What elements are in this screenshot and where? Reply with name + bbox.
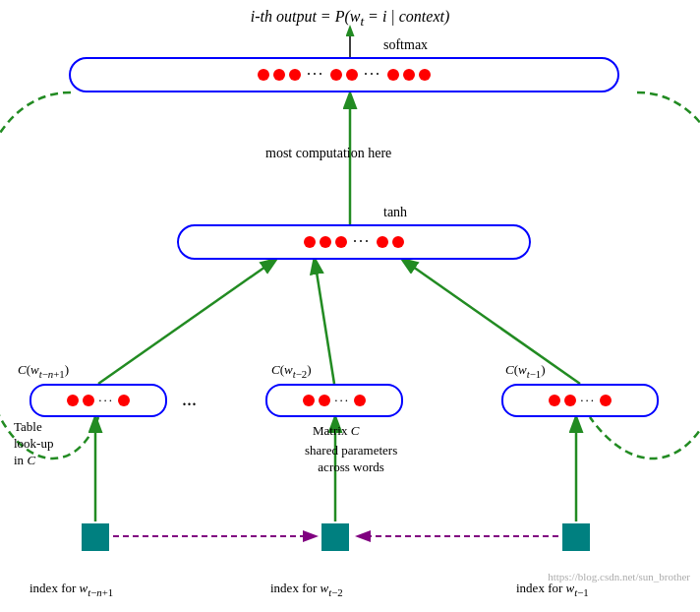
ellipsis: ···	[353, 233, 371, 251]
cwt-mid-label: C(wt−2)	[271, 362, 312, 380]
title: i-th output = P(wt = i | context)	[251, 8, 450, 30]
embed-left: ···	[29, 384, 167, 417]
softmax-layer: ··· ···	[69, 57, 619, 92]
dot	[403, 69, 415, 81]
dot	[320, 236, 331, 248]
tanh-label: tanh	[383, 205, 407, 220]
embed-right: ···	[501, 384, 659, 417]
dot	[377, 236, 388, 248]
dot	[549, 395, 560, 406]
softmax-dots-right	[387, 69, 431, 81]
teal-input-right	[562, 523, 590, 551]
ellipsis: ···	[307, 66, 324, 84]
dot	[319, 395, 330, 406]
matrix-c-label: Matrix C	[313, 423, 359, 439]
softmax-dots-left	[258, 69, 301, 81]
index-mid-label: index for wt−2	[270, 581, 343, 598]
dot	[258, 69, 269, 81]
cwt-right-label: C(wt−1)	[505, 362, 546, 380]
softmax-label: softmax	[383, 37, 428, 53]
diagram-container: i-th output = P(wt = i | context) softma…	[0, 0, 700, 612]
dot	[83, 395, 94, 406]
teal-input-left	[82, 523, 109, 551]
dot	[303, 395, 315, 406]
dot	[67, 395, 79, 406]
embed-ellipsis: ···	[182, 394, 197, 416]
index-left-label: index for wt−n+1	[29, 581, 113, 598]
dot	[387, 69, 399, 81]
shared-params-label: shared parametersacross words	[305, 443, 397, 476]
dot	[335, 236, 347, 248]
dot	[289, 69, 301, 81]
cwt-left-label: C(wt−n+1)	[18, 362, 69, 380]
ellipsis: ···	[98, 393, 114, 408]
dot	[354, 395, 366, 406]
dot	[346, 69, 358, 81]
ellipsis: ···	[364, 66, 381, 84]
tanh-dots-right	[377, 236, 404, 248]
dot	[419, 69, 431, 81]
tanh-layer: ···	[177, 224, 531, 260]
dot	[330, 69, 342, 81]
embed-right-to-tanh	[403, 260, 580, 384]
index-right-label: index for wt−1	[516, 581, 589, 598]
table-lookup-label: Tablelook-upin C	[14, 419, 53, 469]
tanh-dots-left	[304, 236, 347, 248]
embed-mid: ···	[265, 384, 403, 417]
watermark: https://blog.csdn.net/sun_brother	[548, 571, 690, 582]
dot	[600, 395, 612, 406]
softmax-dots-mid	[330, 69, 358, 81]
dot	[304, 236, 316, 248]
computation-label: most computation here	[265, 146, 391, 161]
dot	[118, 395, 130, 406]
ellipsis: ···	[580, 393, 596, 408]
embed-mid-to-tanh	[315, 260, 334, 384]
dot	[273, 69, 285, 81]
teal-input-mid	[321, 523, 349, 551]
dot	[392, 236, 404, 248]
dot	[564, 395, 576, 406]
ellipsis: ···	[334, 393, 350, 408]
embed-left-to-tanh	[98, 260, 275, 384]
